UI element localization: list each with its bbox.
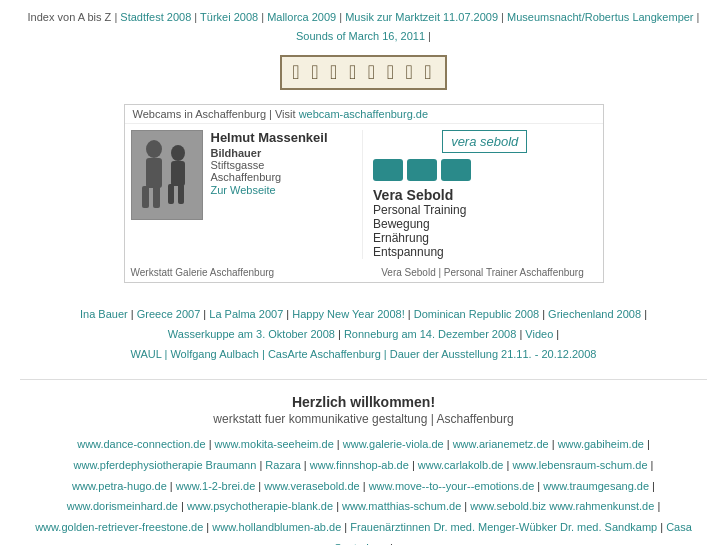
ad-banner: Webcams in Aschaffenburg | Visit webcam-… — [124, 104, 604, 283]
gallery-link-newyear[interactable]: Happy New Year 2008! — [292, 308, 405, 320]
helmut-caption: Werkstatt Galerie Aschaffenburg — [131, 267, 359, 278]
link-razara[interactable]: Razara — [265, 459, 300, 471]
svg-point-5 — [171, 145, 185, 161]
nav-link-tuerkei[interactable]: Türkei 2008 — [200, 11, 258, 23]
logo-area: 𓂀 𓃀 𓆑 𓇯 𓈖 𓉐 𓊹 𓋴 — [0, 49, 727, 100]
link-vera[interactable]: www.verasebold.de — [264, 480, 359, 492]
gallery-links: Ina Bauer | Greece 2007 | La Palma 2007 … — [0, 297, 727, 372]
right-ad: vera sebold Vera Sebold Personal Trainin… — [373, 130, 597, 259]
gallery-link-ina[interactable]: Ina Bauer — [80, 308, 128, 320]
nav-link-museumsnacht[interactable]: Museumsnacht/Robertus Langkemper — [507, 11, 693, 23]
helmut-link[interactable]: Zur Webseite — [211, 184, 276, 196]
link-dance[interactable]: www.dance-connection.de — [77, 438, 205, 450]
helmut-name: Helmut Massenkeil — [211, 130, 355, 145]
vera-logo-box: vera sebold — [442, 130, 527, 153]
link-ariane[interactable]: www.arianemetz.de — [453, 438, 549, 450]
link-mokita[interactable]: www.mokita-seeheim.de — [215, 438, 334, 450]
partner-links: www.dance-connection.de | www.mokita-see… — [0, 430, 727, 545]
nav-link-musik[interactable]: Musik zur Marktzeit 11.07.2009 — [345, 11, 498, 23]
link-lebensraum[interactable]: www.lebensraum-schum.de — [512, 459, 647, 471]
vera-line3: Entspannung — [373, 245, 597, 259]
hieroglyph-logo: 𓂀 𓃀 𓆑 𓇯 𓈖 𓉐 𓊹 𓋴 — [280, 55, 446, 90]
gallery-link-lapalma[interactable]: La Palma 2007 — [209, 308, 283, 320]
vera-sq-1 — [373, 159, 403, 181]
ad-captions: Werkstatt Galerie Aschaffenburg Vera Seb… — [125, 265, 603, 282]
gallery-link-ronneburg[interactable]: Ronneburg am 14. Dezember 2008 — [344, 328, 516, 340]
link-carla[interactable]: www.carlakolb.de — [418, 459, 504, 471]
svg-rect-6 — [171, 161, 185, 186]
gallery-link-wasserkuppe[interactable]: Wasserkuppe am 3. Oktober 2008 — [168, 328, 335, 340]
helmut-subtitle: Bildhauer — [211, 147, 355, 159]
gallery-link-griechenland[interactable]: Griechenland 2008 — [548, 308, 641, 320]
vera-logo: vera sebold — [373, 130, 597, 153]
vera-subtitle: Personal Training — [373, 203, 597, 217]
link-petra[interactable]: www.petra-hugo.de — [72, 480, 167, 492]
link-sebold[interactable]: www.sebold.biz — [470, 500, 546, 512]
vera-squares — [373, 159, 597, 181]
vera-line2: Ernährung — [373, 231, 597, 245]
link-gabi[interactable]: www.gabiheim.de — [558, 438, 644, 450]
svg-rect-4 — [153, 186, 160, 208]
link-move[interactable]: www.move--to--your--emotions.de — [369, 480, 535, 492]
link-doris[interactable]: www.dorismeinhard.de — [67, 500, 178, 512]
webcam-link[interactable]: webcam-aschaffenburg.de — [299, 108, 428, 120]
link-12brei[interactable]: www.1-2-brei.de — [176, 480, 255, 492]
helmut-photo — [131, 130, 203, 220]
nav-link-sounds[interactable]: Sounds of March 16, 2011 — [296, 30, 425, 42]
link-galerie[interactable]: www.galerie-viola.de — [343, 438, 444, 450]
vera-name: Vera Sebold — [373, 187, 597, 203]
welcome-subheading: werkstatt fuer kommunikative gestaltung … — [10, 412, 717, 426]
welcome-heading: Herzlich willkommen! — [10, 394, 717, 410]
vera-sq-3 — [441, 159, 471, 181]
gallery-link-waul[interactable]: WAUL | Wolfgang Aulbach | CasArte Aschaf… — [131, 348, 597, 360]
gallery-link-dominican[interactable]: Dominican Republic 2008 — [414, 308, 539, 320]
link-holland[interactable]: www.hollandblumen-ab.de — [212, 521, 341, 533]
svg-rect-8 — [178, 184, 184, 204]
nav-link-stadtfest[interactable]: Stadtfest 2008 — [120, 11, 191, 23]
link-traum[interactable]: www.traumgesang.de — [543, 480, 649, 492]
svg-rect-7 — [168, 184, 174, 204]
svg-point-1 — [146, 140, 162, 158]
vera-caption: Vera Sebold | Personal Trainer Aschaffen… — [369, 267, 597, 278]
link-frauenaerzt[interactable]: Frauenärztinnen Dr. med. Menger-Wübker D… — [350, 521, 657, 533]
welcome-section: Herzlich willkommen! werkstatt fuer komm… — [0, 386, 727, 430]
vera-line1: Bewegung — [373, 217, 597, 231]
helmut-line1: Stiftsgasse — [211, 159, 355, 171]
svg-rect-2 — [146, 158, 162, 188]
vera-sq-2 — [407, 159, 437, 181]
index-label: Index von A bis Z — [28, 11, 112, 23]
link-finnshop[interactable]: www.finnshop-ab.de — [310, 459, 409, 471]
ad-inner: Helmut Massenkeil Bildhauer Stiftsgasse … — [125, 124, 603, 265]
helmut-text: Helmut Massenkeil Bildhauer Stiftsgasse … — [211, 130, 355, 259]
webcam-text: Webcams in Aschaffenburg | Visit — [133, 108, 296, 120]
link-golden[interactable]: www.golden-retriever-freestone.de — [35, 521, 203, 533]
nav-link-mallorca[interactable]: Mallorca 2009 — [267, 11, 336, 23]
svg-rect-3 — [142, 186, 149, 208]
link-pferde[interactable]: www.pferdephysiotherapie Braumann — [74, 459, 257, 471]
link-matthias[interactable]: www.matthias-schum.de — [342, 500, 461, 512]
webcam-header: Webcams in Aschaffenburg | Visit webcam-… — [125, 105, 603, 124]
helmut-line2: Aschaffenburg — [211, 171, 355, 183]
left-ad: Helmut Massenkeil Bildhauer Stiftsgasse … — [131, 130, 364, 259]
link-psycho[interactable]: www.psychotherapie-blank.de — [187, 500, 333, 512]
divider-1 — [20, 379, 707, 380]
gallery-link-video[interactable]: Video — [525, 328, 553, 340]
gallery-link-greece[interactable]: Greece 2007 — [137, 308, 201, 320]
top-navigation: Index von A bis Z | Stadtfest 2008 | Tür… — [0, 0, 727, 49]
link-rahmen[interactable]: www.rahmenkunst.de — [549, 500, 654, 512]
